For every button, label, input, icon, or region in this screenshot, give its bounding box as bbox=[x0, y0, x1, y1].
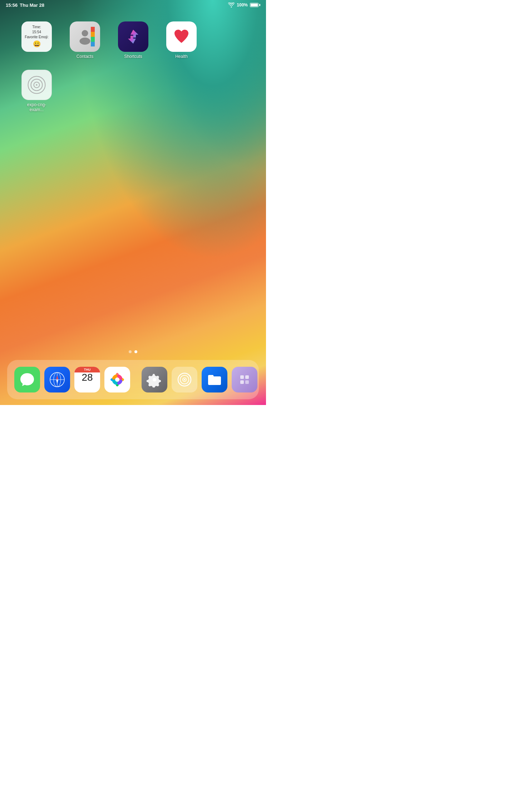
shortcuts-icon bbox=[118, 21, 148, 52]
page-dot-2[interactable] bbox=[134, 350, 137, 353]
contacts-icon bbox=[70, 21, 100, 52]
status-date: Thu Mar 28 bbox=[20, 3, 44, 8]
health-label: Health bbox=[175, 54, 188, 59]
expo-icon bbox=[21, 70, 52, 100]
svg-rect-5 bbox=[91, 42, 95, 46]
dock-settings[interactable] bbox=[142, 367, 167, 392]
status-bar: 15:56 Thu Mar 28 100% bbox=[0, 0, 266, 10]
dock-photos[interactable] bbox=[104, 367, 130, 392]
svg-rect-31 bbox=[240, 380, 244, 384]
dock-safari[interactable] bbox=[44, 367, 70, 392]
dock-calendar[interactable]: THU 28 bbox=[74, 367, 100, 392]
status-time: 15:56 bbox=[6, 3, 18, 8]
contacts-app[interactable]: Contacts bbox=[70, 21, 100, 59]
page-dots bbox=[129, 350, 137, 353]
wifi-icon bbox=[228, 3, 235, 8]
svg-point-9 bbox=[36, 84, 38, 86]
contacts-label: Contacts bbox=[77, 54, 93, 59]
svg-rect-29 bbox=[240, 375, 244, 379]
expo-app[interactable]: expo-cng-exam... bbox=[21, 70, 52, 112]
svg-point-24 bbox=[115, 377, 119, 382]
battery-percent: 100% bbox=[237, 3, 248, 8]
widget-line3: Favorite Emoji: bbox=[25, 35, 49, 40]
svg-rect-30 bbox=[245, 375, 249, 379]
svg-point-0 bbox=[82, 30, 88, 36]
health-icon bbox=[166, 21, 197, 52]
dock-files[interactable] bbox=[202, 367, 227, 392]
svg-point-28 bbox=[184, 379, 185, 380]
shortcuts-app[interactable]: Shortcuts bbox=[118, 21, 148, 59]
shortcuts-label: Shortcuts bbox=[124, 54, 142, 59]
dock: THU 28 bbox=[7, 360, 259, 399]
page-dot-1[interactable] bbox=[129, 350, 132, 353]
battery-icon bbox=[250, 3, 260, 7]
calendar-date: 28 bbox=[82, 372, 93, 382]
expo-label: expo-cng-exam... bbox=[21, 102, 52, 112]
widget-line1: Time: bbox=[32, 25, 41, 30]
svg-point-1 bbox=[80, 38, 90, 45]
health-app[interactable]: Health bbox=[166, 21, 197, 59]
svg-rect-2 bbox=[91, 27, 95, 32]
svg-rect-4 bbox=[91, 37, 95, 42]
dock-messages[interactable] bbox=[14, 367, 40, 392]
svg-rect-3 bbox=[91, 32, 95, 37]
dock-appstore[interactable] bbox=[172, 367, 197, 392]
app-grid: Time: 15:54 Favorite Emoji: 😀 Contacts bbox=[21, 21, 197, 112]
dock-unknown[interactable] bbox=[232, 367, 257, 392]
svg-rect-32 bbox=[245, 380, 249, 384]
widget: Time: 15:54 Favorite Emoji: 😀 bbox=[21, 21, 52, 52]
widget-emoji: 😀 bbox=[33, 40, 41, 49]
widget-app[interactable]: Time: 15:54 Favorite Emoji: 😀 bbox=[21, 21, 52, 59]
status-right: 100% bbox=[228, 3, 260, 8]
widget-line2: 15:54 bbox=[32, 30, 41, 35]
